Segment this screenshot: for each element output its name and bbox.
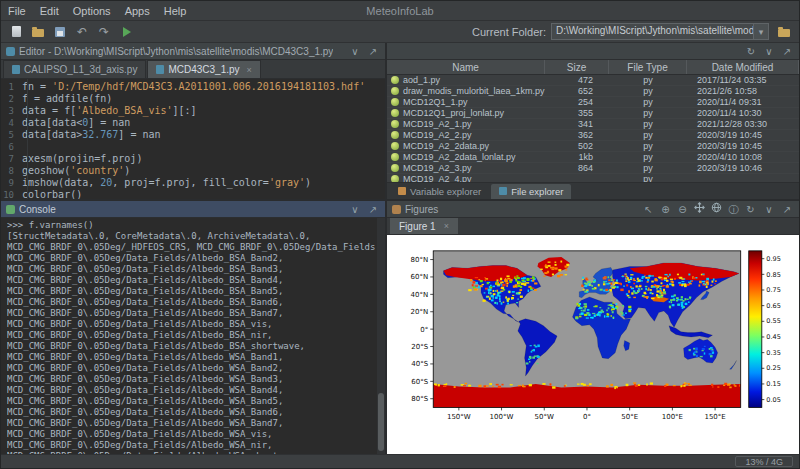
- main-area: Editor - D:\Working\MIScript\Jython\mis\…: [1, 43, 799, 454]
- editor-tab-mcd43c3-1-py[interactable]: MCD43C3_1.py×: [147, 60, 260, 78]
- collapse-icon[interactable]: ∨: [348, 44, 362, 59]
- python-file-icon: [391, 98, 399, 106]
- redo-button[interactable]: ↷: [94, 23, 114, 41]
- zoom-out-icon[interactable]: ⊖: [675, 202, 690, 217]
- memory-indicator: 13% / 4G: [735, 456, 793, 467]
- svg-text:150°E: 150°E: [704, 413, 725, 421]
- svg-text:0.25: 0.25: [766, 365, 781, 373]
- tab-variable-explorer[interactable]: Variable explorer: [390, 184, 489, 199]
- line-number: 8: [1, 165, 22, 177]
- file-date-cell: 2020/3/19 10:45: [687, 130, 799, 140]
- line-number: 2: [1, 93, 22, 105]
- menu-file[interactable]: File: [1, 1, 33, 20]
- console-line: MCD_CMG_BRDF_0\.05Deg/Data_Fields/Albedo…: [7, 396, 375, 407]
- save-icon: [55, 27, 65, 37]
- file-row[interactable]: MCD19_A2_2data.py502py2020/3/19 10:45: [387, 141, 799, 152]
- refresh-icon[interactable]: ↻: [744, 44, 758, 59]
- zoom-in-icon[interactable]: ⊕: [658, 202, 673, 217]
- console-output[interactable]: >>> f.varnames()[StructMetadata\.0, Core…: [1, 218, 385, 454]
- float-icon[interactable]: ↗: [780, 44, 794, 59]
- choose-folder-button[interactable]: [774, 23, 794, 41]
- column-header-name[interactable]: Name: [387, 60, 545, 74]
- column-header-size[interactable]: Size: [545, 60, 609, 74]
- console-line: MCD_CMG_BRDF_0\.05Deg/Data_Fields/Albedo…: [7, 440, 375, 451]
- float-icon[interactable]: ↗: [780, 202, 794, 217]
- new-file-icon: [12, 26, 21, 37]
- explorer-bottom-tabs: Variable explorerFile explorer: [387, 182, 799, 199]
- code-line: 10colorbar(): [1, 189, 385, 199]
- code-editor[interactable]: 1fn = 'D:/Temp/hdf/MCD43C3.A2011001.006.…: [1, 79, 385, 199]
- current-folder-path: D:\Working\MIScript\Jython\mis\satellite…: [552, 24, 753, 39]
- editor-tabbar: CALIPSO_L1_3d_axis.pyMCD43C3_1.py×: [1, 60, 385, 79]
- collapse-icon[interactable]: ∨: [348, 202, 362, 217]
- code-line: 2f = addfile(fn): [1, 93, 385, 105]
- svg-text:0.75: 0.75: [766, 286, 781, 294]
- console-panel: Console ∨ ↗ >>> f.varnames()[StructMetad…: [1, 201, 385, 454]
- close-icon[interactable]: ×: [247, 65, 252, 75]
- new-file-button[interactable]: [6, 23, 26, 41]
- file-date-cell: 2021/12/28 03:30: [687, 119, 799, 129]
- line-number: 6: [1, 141, 22, 153]
- code-text: imshow(data, 20, proj=f.proj, fill_color…: [22, 177, 311, 189]
- undo-button[interactable]: ↶: [72, 23, 92, 41]
- file-table-body: aod_1.py472py2017/11/24 03:35draw_modis_…: [387, 75, 799, 182]
- editor-panel-header: Editor - D:\Working\MIScript\Jython\mis\…: [1, 43, 385, 60]
- float-icon[interactable]: ↗: [366, 202, 380, 217]
- file-name-cell: MCD19_A2_4.py: [387, 174, 545, 182]
- folder-icon: [778, 29, 790, 37]
- full-extent-icon[interactable]: [709, 202, 724, 217]
- tab-figure-1[interactable]: Figure 1 ×: [390, 218, 458, 234]
- file-row[interactable]: draw_modis_mulorbit_laea_1km.py652py2021…: [387, 86, 799, 97]
- run-script-button[interactable]: [116, 23, 136, 41]
- current-folder-combobox[interactable]: D:\Working\MIScript\Jython\mis\satellite…: [551, 23, 769, 40]
- python-file-icon: [391, 87, 399, 95]
- collapse-icon[interactable]: ∨: [762, 44, 776, 59]
- python-file-icon: [391, 164, 399, 172]
- left-column: Editor - D:\Working\MIScript\Jython\mis\…: [1, 43, 385, 454]
- menu-apps[interactable]: Apps: [118, 1, 157, 20]
- float-icon[interactable]: ↗: [366, 44, 380, 59]
- file-name-cell: MCD19_A2_2data.py: [387, 141, 545, 151]
- variable-explorer-icon: [398, 187, 406, 195]
- file-date-cell: 2020/11/4 10:30: [687, 108, 799, 118]
- svg-text:0.85: 0.85: [766, 271, 781, 279]
- code-line: 9imshow(data, 20, proj=f.proj, fill_colo…: [1, 177, 385, 189]
- close-icon[interactable]: ×: [444, 221, 449, 231]
- column-header-file-type[interactable]: File Type: [609, 60, 687, 74]
- pan-icon[interactable]: [692, 202, 707, 217]
- file-type-cell: py: [609, 152, 687, 162]
- figure-canvas[interactable]: 80°N60°N40°N20°N0°20°S40°S60°S80°S150°W1…: [387, 235, 799, 454]
- column-header-date-modified[interactable]: Date Modified: [687, 60, 799, 74]
- menu-options[interactable]: Options: [66, 1, 118, 20]
- file-row[interactable]: MCD19_A2_4.pypy: [387, 174, 799, 182]
- meteoinfolab-window: FileEditOptionsAppsHelp MeteoInfoLab ↶↷ …: [0, 0, 800, 469]
- pointer-icon[interactable]: ↖: [641, 202, 656, 217]
- current-folder-group: Current Folder: D:\Working\MIScript\Jyth…: [472, 23, 794, 41]
- menu-help[interactable]: Help: [157, 1, 194, 20]
- file-type-cell: py: [609, 119, 687, 129]
- combobox-dropdown-icon[interactable]: ▾: [753, 24, 768, 39]
- file-row[interactable]: MCD19_A2_2.py362py2020/3/19 10:45: [387, 130, 799, 141]
- file-row[interactable]: MCD19_A2_2data_lonlat.py1kbpy2020/4/10 1…: [387, 152, 799, 163]
- code-line: 5data[data>32.767] = nan: [1, 129, 385, 141]
- code-text: data[data<0] = nan: [22, 117, 130, 129]
- console-scrollbar[interactable]: [377, 218, 385, 454]
- collapse-icon[interactable]: ∨: [762, 202, 776, 217]
- identify-icon[interactable]: ⓘ: [726, 202, 741, 217]
- console-line: MCD_CMG_BRDF_0\.05Deg/Data_Fields/Albedo…: [7, 352, 375, 363]
- file-row[interactable]: MCD12Q1_proj_lonlat.py355py2020/11/4 10:…: [387, 108, 799, 119]
- menu-edit[interactable]: Edit: [33, 1, 66, 20]
- file-date-cell: 2020/4/10 10:08: [687, 152, 799, 162]
- file-row[interactable]: MCD12Q1_1.py254py2020/11/4 09:31: [387, 97, 799, 108]
- file-row[interactable]: MCD19_A2_3.py864py2020/3/19 10:46: [387, 163, 799, 174]
- save-file-button[interactable]: [50, 23, 70, 41]
- tab-file-explorer[interactable]: File explorer: [491, 184, 571, 199]
- line-number: 10: [1, 189, 22, 199]
- editor-tab-calipso-l1-3d-axis-py[interactable]: CALIPSO_L1_3d_axis.py: [3, 60, 146, 78]
- file-date-cell: 2017/11/24 03:35: [687, 75, 799, 85]
- scrollbar-thumb[interactable]: [378, 393, 384, 451]
- file-row[interactable]: aod_1.py472py2017/11/24 03:35: [387, 75, 799, 86]
- open-file-button[interactable]: [28, 23, 48, 41]
- rotate-icon[interactable]: ↻: [743, 202, 758, 217]
- file-row[interactable]: MCD19_A2_1.py341py2021/12/28 03:30: [387, 119, 799, 130]
